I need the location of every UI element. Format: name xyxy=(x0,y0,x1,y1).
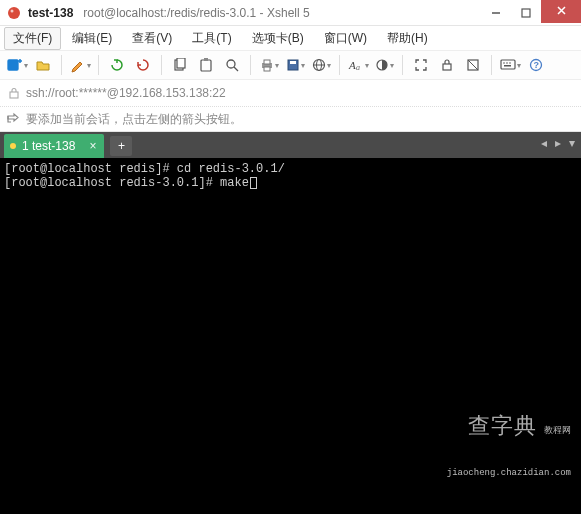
font-icon[interactable]: Aa▾ xyxy=(347,54,369,76)
menu-tools[interactable]: 工具(T) xyxy=(183,27,240,50)
separator xyxy=(250,55,251,75)
hint-bar: 要添加当前会话，点击左侧的箭头按钮。 xyxy=(0,106,581,132)
svg-point-23 xyxy=(506,62,508,64)
globe-icon[interactable]: ▾ xyxy=(310,54,332,76)
app-icon xyxy=(6,5,22,21)
print-icon[interactable]: ▾ xyxy=(258,54,280,76)
menu-window[interactable]: 窗口(W) xyxy=(315,27,376,50)
lock-icon[interactable] xyxy=(436,54,458,76)
svg-rect-3 xyxy=(8,60,18,70)
svg-rect-2 xyxy=(522,9,530,17)
cursor-icon xyxy=(250,177,257,189)
separator xyxy=(98,55,99,75)
highlight-icon[interactable]: ▾ xyxy=(69,54,91,76)
reconnect-icon[interactable] xyxy=(106,54,128,76)
address-text[interactable]: ssh://root:******@192.168.153.138:22 xyxy=(26,86,226,100)
toolbar: ▾ ▾ ▾ ▾ ▾ Aa▾ ▾ ▾ ? xyxy=(0,50,581,80)
tab-nav: ◂ ▸ ▾ xyxy=(541,136,575,150)
tab-bar: 1 test-138 × + ◂ ▸ ▾ xyxy=(0,132,581,158)
save-icon[interactable]: ▾ xyxy=(284,54,306,76)
window-title-main: test-138 xyxy=(28,6,73,20)
menubar: 文件(F) 编辑(E) 查看(V) 工具(T) 选项卡(B) 窗口(W) 帮助(… xyxy=(0,26,581,50)
svg-rect-7 xyxy=(204,58,208,61)
tab-prev-icon[interactable]: ◂ xyxy=(541,136,547,150)
color-scheme-icon[interactable]: ▾ xyxy=(373,54,395,76)
separator xyxy=(402,55,403,75)
tab-status-dot-icon xyxy=(10,143,16,149)
watermark-label: 教程网 xyxy=(544,426,571,436)
svg-rect-19 xyxy=(443,64,451,70)
fullscreen-icon[interactable] xyxy=(410,54,432,76)
maximize-button[interactable] xyxy=(511,3,541,23)
menu-help[interactable]: 帮助(H) xyxy=(378,27,437,50)
find-icon[interactable] xyxy=(221,54,243,76)
svg-text:a: a xyxy=(356,63,360,72)
status-bar xyxy=(0,514,581,518)
address-bar: ssh://root:******@192.168.153.138:22 xyxy=(0,80,581,106)
svg-rect-6 xyxy=(201,60,211,71)
watermark-big: 查字典 xyxy=(468,415,537,440)
cmd-2: make xyxy=(220,176,249,190)
separator xyxy=(161,55,162,75)
svg-point-1 xyxy=(11,9,14,12)
svg-text:?: ? xyxy=(534,60,540,70)
window-title-sub: root@localhost:/redis/redis-3.0.1 - Xshe… xyxy=(83,6,309,20)
svg-point-22 xyxy=(503,62,505,64)
terminal[interactable]: [root@localhost redis]# cd redis-3.0.1/ … xyxy=(0,158,581,514)
watermark-url: jiaocheng.chazidian.com xyxy=(447,466,571,480)
svg-rect-13 xyxy=(290,61,296,64)
svg-text:A: A xyxy=(348,59,356,71)
lock-icon xyxy=(8,87,20,99)
tab-close-icon[interactable]: × xyxy=(89,139,96,153)
add-session-arrow-icon[interactable] xyxy=(6,112,20,126)
watermark: 查字典 教程网 jiaocheng.chazidian.com xyxy=(447,393,571,508)
window-controls xyxy=(481,3,581,23)
new-tab-button[interactable]: + xyxy=(110,136,132,156)
transparent-icon[interactable] xyxy=(462,54,484,76)
menu-view[interactable]: 查看(V) xyxy=(123,27,181,50)
new-session-icon[interactable]: ▾ xyxy=(6,54,28,76)
copy-icon[interactable] xyxy=(169,54,191,76)
separator xyxy=(491,55,492,75)
tab-label: 1 test-138 xyxy=(22,139,75,153)
prompt-2: [root@localhost redis-3.0.1]# xyxy=(4,176,220,190)
svg-rect-10 xyxy=(264,60,270,64)
hint-text: 要添加当前会话，点击左侧的箭头按钮。 xyxy=(26,111,242,128)
prompt-1: [root@localhost redis]# xyxy=(4,162,177,176)
svg-rect-21 xyxy=(501,60,515,69)
open-icon[interactable] xyxy=(32,54,54,76)
svg-rect-28 xyxy=(10,92,18,98)
keymap-icon[interactable]: ▾ xyxy=(499,54,521,76)
titlebar: test-138 root@localhost:/redis/redis-3.0… xyxy=(0,0,581,26)
menu-tabs[interactable]: 选项卡(B) xyxy=(243,27,313,50)
close-button[interactable] xyxy=(541,0,581,23)
tab-list-icon[interactable]: ▾ xyxy=(569,136,575,150)
svg-point-8 xyxy=(227,60,235,68)
session-tab[interactable]: 1 test-138 × xyxy=(4,134,104,158)
svg-rect-5 xyxy=(177,58,185,68)
svg-point-24 xyxy=(509,62,511,64)
svg-rect-11 xyxy=(264,67,270,71)
menu-file[interactable]: 文件(F) xyxy=(4,27,61,50)
svg-point-0 xyxy=(8,7,20,19)
separator xyxy=(339,55,340,75)
minimize-button[interactable] xyxy=(481,3,511,23)
separator xyxy=(61,55,62,75)
help-icon[interactable]: ? xyxy=(525,54,547,76)
menu-edit[interactable]: 编辑(E) xyxy=(63,27,121,50)
paste-icon[interactable] xyxy=(195,54,217,76)
disconnect-icon[interactable] xyxy=(132,54,154,76)
cmd-1: cd redis-3.0.1/ xyxy=(177,162,285,176)
tab-next-icon[interactable]: ▸ xyxy=(555,136,561,150)
svg-rect-25 xyxy=(504,65,511,67)
